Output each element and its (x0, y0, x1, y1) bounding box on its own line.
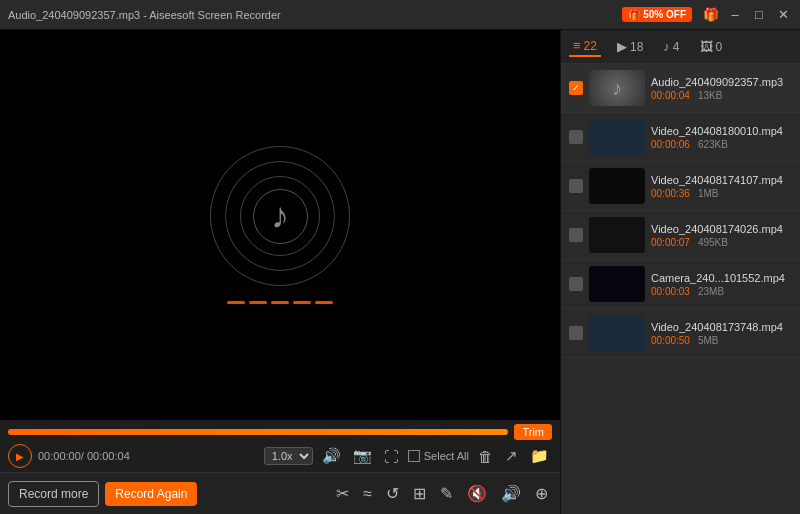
file-size-1: 623KB (698, 139, 728, 150)
list-item[interactable]: Video_240408173748.mp4 00:00:50 5MB (561, 309, 800, 358)
tab-audio[interactable]: ♪ 4 (659, 37, 683, 56)
file-meta-5: 00:00:50 5MB (651, 335, 792, 346)
trim-button[interactable]: Trim (514, 424, 552, 440)
tab-video[interactable]: ▶ 18 (613, 37, 647, 56)
window-controls: 🎁 – □ ✕ (702, 7, 792, 22)
file-meta-2: 00:00:36 1MB (651, 188, 792, 199)
progress-row: Trim (8, 424, 552, 440)
window-title: Audio_240409092357.mp3 - Aiseesoft Scree… (8, 9, 622, 21)
dash-5 (315, 301, 333, 304)
select-all-checkbox[interactable] (408, 450, 420, 462)
file-list: ✓ ♪ Audio_240409092357.mp3 00:00:04 13KB (561, 64, 800, 514)
close-button[interactable]: ✕ (774, 7, 792, 22)
file-thumb-0: ♪ (589, 70, 645, 106)
merge-tool-icon[interactable]: ⊞ (409, 484, 430, 503)
cut-tool-icon[interactable]: ✂ (332, 484, 353, 503)
file-duration-3: 00:00:07 (651, 237, 690, 248)
file-checkbox-5[interactable] (569, 326, 583, 340)
file-name-1: Video_240408180010.mp4 (651, 125, 792, 137)
list-item[interactable]: Camera_240...101552.mp4 00:00:03 23MB (561, 260, 800, 309)
dash-4 (293, 301, 311, 304)
maximize-button[interactable]: □ (750, 7, 768, 22)
file-info-0: Audio_240409092357.mp3 00:00:04 13KB (651, 76, 792, 101)
time-display: 00:00:00/ 00:00:04 (38, 450, 130, 462)
tab-image-count: 0 (716, 40, 723, 54)
gift-icon2[interactable]: 🎁 (702, 7, 720, 22)
file-duration-4: 00:00:03 (651, 286, 690, 297)
tab-all[interactable]: ≡ 22 (569, 36, 601, 57)
file-name-4: Camera_240...101552.mp4 (651, 272, 792, 284)
file-meta-1: 00:00:06 623KB (651, 139, 792, 150)
file-thumb-5 (589, 315, 645, 351)
music-ripple: ♪ (210, 146, 350, 286)
file-thumb-4 (589, 266, 645, 302)
file-name-3: Video_240408174026.mp4 (651, 223, 792, 235)
volume-icon[interactable]: 🔊 (319, 447, 344, 465)
right-panel: ≡ 22 ▶ 18 ♪ 4 🖼 0 ✓ ♪ Audio_ (560, 30, 800, 514)
edit-tool-icon[interactable]: ✎ (436, 484, 457, 503)
record-again-button[interactable]: Record Again (105, 482, 197, 506)
titlebar: Audio_240409092357.mp3 - Aiseesoft Scree… (0, 0, 800, 30)
file-meta-0: 00:00:04 13KB (651, 90, 792, 101)
select-all-row: Select All (408, 450, 469, 462)
list-icon: ≡ (573, 38, 581, 53)
audio-tab-icon: ♪ (663, 39, 670, 54)
file-size-3: 495KB (698, 237, 728, 248)
file-checkbox-3[interactable] (569, 228, 583, 242)
dashed-line (227, 301, 333, 304)
list-item[interactable]: ✓ ♪ Audio_240409092357.mp3 00:00:04 13KB (561, 64, 800, 113)
mute-tool-icon[interactable]: 🔇 (463, 484, 491, 503)
bottom-bar: Record more Record Again ✂ ≈ ↺ ⊞ ✎ 🔇 🔊 ⊕ (0, 472, 560, 514)
progress-track[interactable] (8, 429, 508, 435)
rotate-tool-icon[interactable]: ↺ (382, 484, 403, 503)
minimize-button[interactable]: – (726, 7, 744, 22)
dash-1 (227, 301, 245, 304)
file-info-1: Video_240408180010.mp4 00:00:06 623KB (651, 125, 792, 150)
adjust-tool-icon[interactable]: ≈ (359, 485, 376, 503)
controls-bar: Trim ▶ 00:00:00/ 00:00:04 1.0x 1.5x 2.0x… (0, 420, 560, 472)
file-duration-1: 00:00:06 (651, 139, 690, 150)
play-button[interactable]: ▶ (8, 444, 32, 468)
file-meta-4: 00:00:03 23MB (651, 286, 792, 297)
volume-tool-icon[interactable]: 🔊 (497, 484, 525, 503)
export-icon[interactable]: ↗ (502, 447, 521, 465)
file-name-2: Video_240408174107.mp4 (651, 174, 792, 186)
file-name-0: Audio_240409092357.mp3 (651, 76, 792, 88)
tab-image[interactable]: 🖼 0 (696, 37, 727, 56)
file-checkbox-4[interactable] (569, 277, 583, 291)
music-note-icon: ♪ (271, 195, 289, 237)
speed-select[interactable]: 1.0x 1.5x 2.0x 0.5x (264, 447, 313, 465)
preview-area: ♪ (0, 30, 560, 420)
tab-audio-count: 4 (673, 40, 680, 54)
video-tab-icon: ▶ (617, 39, 627, 54)
file-checkbox-2[interactable] (569, 179, 583, 193)
file-checkbox-0[interactable]: ✓ (569, 81, 583, 95)
dash-3 (271, 301, 289, 304)
promo-badge: 🎁 50% OFF (622, 7, 692, 22)
list-item[interactable]: Video_240408174026.mp4 00:00:07 495KB (561, 211, 800, 260)
delete-icon[interactable]: 🗑 (475, 448, 496, 465)
file-duration-2: 00:00:36 (651, 188, 690, 199)
file-size-4: 23MB (698, 286, 724, 297)
more-tool-icon[interactable]: ⊕ (531, 484, 552, 503)
file-duration-5: 00:00:50 (651, 335, 690, 346)
file-thumb-3 (589, 217, 645, 253)
file-size-0: 13KB (698, 90, 722, 101)
file-info-4: Camera_240...101552.mp4 00:00:03 23MB (651, 272, 792, 297)
music-visualization: ♪ (210, 146, 350, 304)
camera-icon[interactable]: 📷 (350, 447, 375, 465)
folder-icon[interactable]: 📁 (527, 447, 552, 465)
left-panel: ♪ Trim ▶ (0, 30, 560, 514)
tab-video-count: 18 (630, 40, 643, 54)
select-all-label[interactable]: Select All (424, 450, 469, 462)
file-info-3: Video_240408174026.mp4 00:00:07 495KB (651, 223, 792, 248)
record-more-button[interactable]: Record more (8, 481, 99, 507)
file-name-5: Video_240408173748.mp4 (651, 321, 792, 333)
fullscreen-icon[interactable]: ⛶ (381, 448, 402, 465)
file-size-2: 1MB (698, 188, 719, 199)
list-item[interactable]: Video_240408180010.mp4 00:00:06 623KB (561, 113, 800, 162)
image-tab-icon: 🖼 (700, 39, 713, 54)
list-item[interactable]: Video_240408174107.mp4 00:00:36 1MB (561, 162, 800, 211)
main-layout: ♪ Trim ▶ (0, 30, 800, 514)
file-checkbox-1[interactable] (569, 130, 583, 144)
